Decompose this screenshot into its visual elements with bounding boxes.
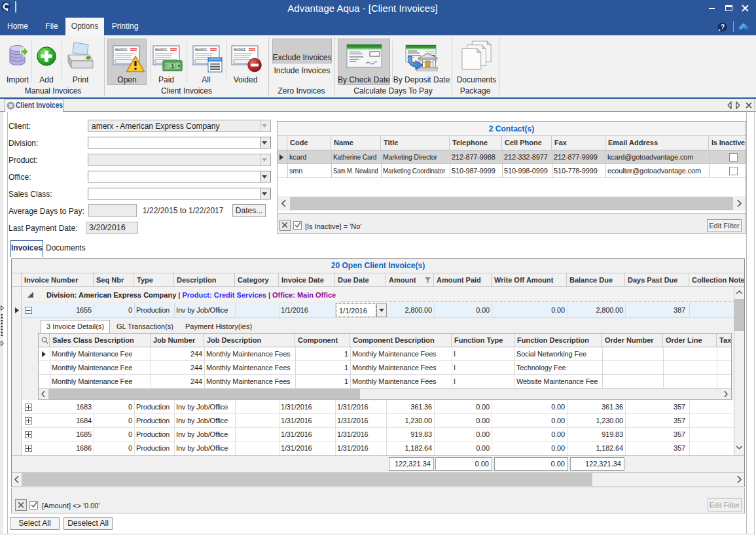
svg-text:?: ? — [721, 24, 725, 31]
svg-text:INVOICE: INVOICE — [234, 48, 246, 52]
svg-text:INVOICE: INVOICE — [115, 48, 128, 52]
svg-text:INVOICE: INVOICE — [155, 48, 168, 52]
svg-text:INVOICE: INVOICE — [195, 48, 207, 52]
svg-text:$: $ — [171, 63, 174, 69]
